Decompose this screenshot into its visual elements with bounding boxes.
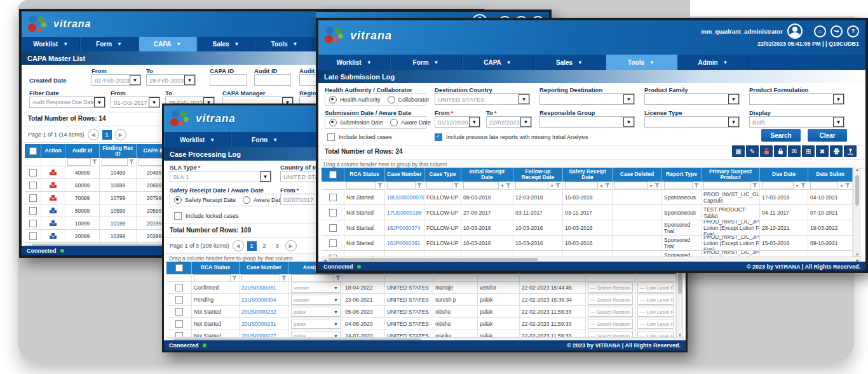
- next-page-icon[interactable]: ▶: [115, 129, 126, 140]
- edit-icon[interactable]: ✎: [746, 145, 759, 157]
- row-checkbox[interactable]: [175, 284, 183, 291]
- column-filter-input[interactable]: [762, 182, 794, 189]
- case-number-link[interactable]: 16JP0000374: [387, 225, 420, 231]
- chevron-down-icon[interactable]: ▼: [520, 117, 531, 127]
- created-from-date[interactable]: 01-Feb-2023▼: [92, 74, 141, 86]
- chevron-down-icon[interactable]: ▼: [130, 75, 140, 85]
- product-formulation-select[interactable]: ▼: [749, 93, 844, 105]
- tab-form[interactable]: Form▼: [80, 37, 139, 51]
- radio-collaborator[interactable]: [388, 96, 395, 104]
- column-filter-input[interactable]: [387, 182, 416, 189]
- select-all-checkbox[interactable]: [329, 171, 337, 178]
- row-checkbox[interactable]: [29, 169, 37, 177]
- column-filter-input[interactable]: [810, 182, 838, 189]
- include-locked-cases-checkbox[interactable]: [327, 133, 335, 141]
- column-filter-input[interactable]: [67, 158, 91, 166]
- row-checkbox[interactable]: [175, 320, 183, 328]
- submit-blue-icon[interactable]: [49, 207, 57, 214]
- filter-funnel-icon[interactable]: [92, 159, 97, 164]
- product-family-select[interactable]: ▼: [644, 93, 740, 105]
- chevron-down-icon[interactable]: ▼: [519, 94, 529, 104]
- tab-admin[interactable]: Admin▼: [677, 55, 749, 70]
- low-level-reason-select[interactable]: --- Low Level Reason ---: [637, 295, 674, 305]
- license-type-select[interactable]: ▼: [644, 116, 740, 128]
- filter-dropdown-icon[interactable]: ▼: [649, 184, 653, 188]
- action-cell[interactable]: [41, 217, 65, 230]
- scrollbar-thumb[interactable]: [329, 258, 538, 261]
- tab-worklist[interactable]: Worklist▼: [318, 55, 390, 70]
- case-number-cell[interactable]: 20US0000231: [240, 318, 289, 330]
- include-previous-late-reports-checkbox[interactable]: [435, 133, 442, 141]
- action-cell[interactable]: [41, 192, 65, 204]
- assign-to-select[interactable]: palak▼: [291, 307, 341, 317]
- display-select[interactable]: Both▼: [749, 116, 844, 128]
- filter-funnel-icon[interactable]: [506, 183, 511, 188]
- column-filter-input[interactable]: [194, 274, 231, 282]
- case-number-cell[interactable]: 18US00000076: [385, 190, 424, 205]
- filter-funnel-icon[interactable]: [377, 183, 383, 188]
- chevron-down-icon[interactable]: ▼: [833, 94, 844, 104]
- page-3[interactable]: 3: [273, 241, 282, 251]
- filter-date-select[interactable]: Audit Response Due Date▼: [29, 97, 105, 108]
- filter-funnel-icon[interactable]: [694, 183, 699, 188]
- reporting-destination-select[interactable]: ▼: [539, 93, 635, 105]
- column-filter-input[interactable]: [565, 182, 598, 189]
- low-level-reason-select[interactable]: --- Low Level Reason ---: [637, 319, 674, 329]
- chevron-down-icon[interactable]: ▼: [623, 117, 634, 127]
- filter-funnel-icon[interactable]: [417, 183, 422, 188]
- action-cell[interactable]: [41, 179, 65, 192]
- radio-aware-date[interactable]: [390, 119, 398, 126]
- submit-red-icon[interactable]: [49, 194, 57, 201]
- column-filter-input[interactable]: [139, 158, 163, 166]
- chevron-down-icon[interactable]: ▼: [260, 171, 271, 182]
- row-checkbox[interactable]: [329, 209, 337, 217]
- submit-blue-icon[interactable]: [49, 220, 57, 227]
- row-checkbox[interactable]: [29, 232, 37, 240]
- tab-tools[interactable]: Tools▼: [255, 37, 314, 51]
- filter-funnel-icon[interactable]: [801, 183, 806, 188]
- select-all-checkbox[interactable]: [175, 264, 183, 272]
- page-1[interactable]: 1: [102, 130, 112, 140]
- lock-icon[interactable]: [774, 145, 787, 157]
- column-filter-input[interactable]: [241, 274, 280, 282]
- filter-funnel-icon[interactable]: [336, 276, 341, 281]
- tab-worklist[interactable]: Worklist▼: [164, 132, 231, 147]
- include-locked-cases-checkbox[interactable]: [174, 212, 182, 220]
- page-2[interactable]: 2: [260, 241, 269, 251]
- filter-funnel-icon[interactable]: [555, 183, 560, 188]
- filter-dropdown-icon[interactable]: ▼: [550, 184, 554, 188]
- calendar-icon[interactable]: ▦: [732, 145, 745, 157]
- tab-sales[interactable]: Sales▼: [534, 55, 606, 70]
- case-number-link[interactable]: 18US00000076: [387, 194, 424, 201]
- vertical-scrollbar[interactable]: ▲▼: [853, 168, 860, 257]
- column-filter-input[interactable]: [664, 182, 693, 189]
- radio-aware-date[interactable]: [243, 196, 250, 204]
- column-filter-input[interactable]: [463, 182, 499, 189]
- column-filter-input[interactable]: [346, 182, 376, 189]
- filter-funnel-icon[interactable]: [454, 183, 459, 188]
- chevron-down-icon[interactable]: ▼: [728, 117, 739, 127]
- tab-capa[interactable]: CAPA▼: [462, 55, 534, 70]
- assign-to-select[interactable]: vendor▼: [291, 295, 341, 305]
- select-all-cell[interactable]: [166, 262, 192, 274]
- chevron-down-icon[interactable]: ▼: [623, 94, 634, 104]
- filter-funnel-icon[interactable]: [605, 183, 610, 188]
- filter-funnel-icon[interactable]: [281, 276, 287, 281]
- column-filter-input[interactable]: [515, 182, 548, 189]
- clear-button[interactable]: Clear: [808, 129, 847, 142]
- tab-form[interactable]: Form▼: [231, 132, 299, 147]
- case-number-cell[interactable]: 17US0000196: [385, 205, 424, 220]
- case-number-link[interactable]: 22US0000381: [241, 284, 276, 291]
- row-checkbox[interactable]: [329, 239, 337, 247]
- action-cell[interactable]: [41, 204, 65, 217]
- case-number-cell[interactable]: 16JP0000361: [385, 236, 424, 251]
- select-reason-select[interactable]: --- Select Reason ---▼: [588, 283, 633, 293]
- submit-blue-icon[interactable]: [49, 232, 57, 239]
- select-all-checkbox[interactable]: [29, 147, 37, 155]
- select-all-cell[interactable]: [25, 144, 41, 158]
- column-filter-input[interactable]: [703, 182, 751, 189]
- avatar-icon[interactable]: [787, 23, 803, 39]
- low-level-reason-select[interactable]: --- Low Level Reason ---: [637, 283, 674, 293]
- select-all-cell[interactable]: [322, 168, 344, 182]
- column-filter-input[interactable]: [426, 182, 452, 189]
